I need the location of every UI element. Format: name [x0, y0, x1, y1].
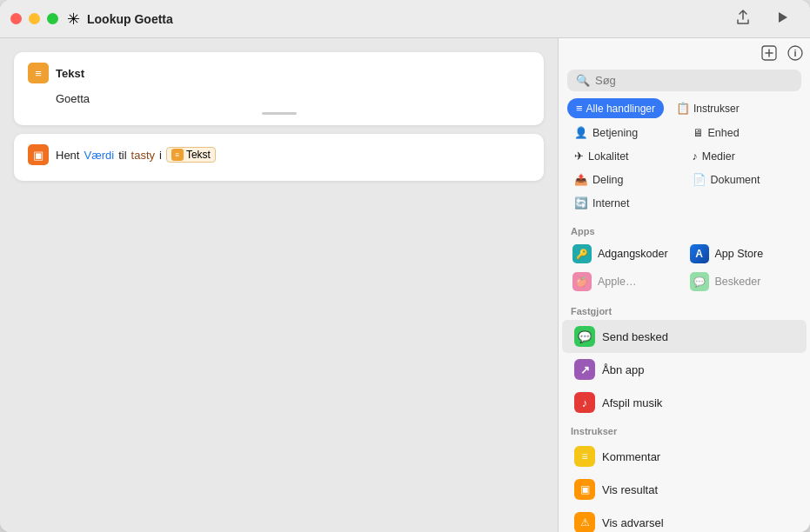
vis-advarsel-icon: ⚠: [574, 512, 595, 532]
titlebar: ✳ Lookup Goetta: [0, 0, 810, 38]
tekst-value: Goetta: [56, 92, 90, 105]
tekst-var-label: Tekst: [186, 149, 211, 161]
sidebar-add-button[interactable]: [761, 45, 777, 64]
search-input[interactable]: [595, 74, 793, 87]
tekst-body: Goetta: [28, 89, 530, 107]
kommentar-icon: ≡: [574, 446, 595, 467]
vis-resultat-icon: ▣: [574, 479, 595, 500]
apps-grid: 🔑 Adgangskoder A App Store 🍎 Apple… 💬 Be…: [559, 240, 810, 299]
svg-marker-0: [779, 12, 787, 23]
app-store-label: App Store: [715, 248, 764, 260]
betjening-icon: 👤: [574, 126, 588, 139]
medier-icon: ♪: [693, 150, 698, 163]
dokument-icon: 📄: [693, 173, 706, 186]
abn-app-icon: ↗: [574, 359, 595, 380]
filter-alle[interactable]: ≡ Alle handlinger: [567, 98, 664, 118]
filter-alle-label: Alle handlinger: [586, 103, 655, 115]
hent-card[interactable]: ▣ Hent Værdi til tasty i ≡ Tekst: [14, 134, 544, 181]
svg-text:i: i: [793, 48, 796, 58]
sidebar-content: Apps 🔑 Adgangskoder A App Store 🍎 Apple…: [559, 219, 810, 532]
deling-icon: 📤: [574, 173, 588, 186]
filter-lokalitet[interactable]: ✈ Lokalitet: [567, 145, 684, 167]
betjening-label: Betjening: [592, 127, 638, 139]
i-label: i: [159, 149, 162, 162]
dokument-label: Dokument: [711, 174, 760, 186]
main-window: ✳ Lookup Goetta ≡ Tekst: [0, 0, 810, 532]
hent-card-header: ▣ Hent Værdi til tasty i ≡ Tekst: [28, 144, 530, 165]
internet-label: Internet: [592, 197, 629, 209]
tekst-var-icon: ≡: [171, 149, 184, 161]
filter-alle-icon: ≡: [576, 102, 583, 115]
deling-label: Deling: [592, 174, 623, 186]
apple-icon: 🍎: [572, 272, 592, 291]
filter-grid: 👤 Betjening 🖥 Enhed ✈ Lokalitet ♪ Medier…: [559, 122, 810, 219]
vaerdi-token[interactable]: Værdi: [84, 149, 114, 162]
filter-dokument[interactable]: 📄 Dokument: [686, 169, 802, 190]
til-label: til: [118, 149, 126, 162]
vis-resultat-label: Vis resultat: [602, 483, 658, 496]
app-apple[interactable]: 🍎 Apple…: [567, 268, 685, 296]
filter-pills-row: ≡ Alle handlinger 📋 Instrukser: [559, 98, 810, 122]
tekst-card[interactable]: ≡ Tekst Goetta: [14, 52, 544, 125]
minimize-button[interactable]: [29, 13, 40, 24]
app-icon: ✳: [67, 10, 80, 29]
enhed-label: Enhed: [708, 127, 740, 139]
kommentar-label: Kommentar: [602, 450, 660, 463]
share-button[interactable]: [732, 8, 754, 30]
tekst-card-header: ≡ Tekst: [28, 63, 530, 83]
search-bar: 🔍: [567, 70, 801, 91]
abn-app-label: Åbn app: [602, 363, 644, 376]
filter-deling[interactable]: 📤 Deling: [567, 169, 684, 190]
filter-instrukser-label: Instrukser: [693, 103, 740, 115]
vis-resultat-item[interactable]: ▣ Vis resultat: [562, 473, 807, 506]
apps-section-title: Apps: [559, 219, 810, 240]
apple-label: Apple…: [598, 276, 636, 288]
fastgjort-section-title: Fastgjort: [559, 299, 810, 320]
afspil-musik-icon: ♪: [574, 392, 595, 413]
hent-icon: ▣: [28, 144, 49, 165]
filter-betjening[interactable]: 👤 Betjening: [567, 122, 684, 143]
sidebar: i 🔍 ≡ Alle handlinger 📋 Instrukser: [558, 38, 810, 532]
vis-advarsel-label: Vis advarsel: [602, 516, 664, 529]
search-icon: 🔍: [576, 74, 590, 87]
filter-instrukser[interactable]: 📋 Instrukser: [667, 98, 748, 118]
abn-app-item[interactable]: ↗ Åbn app: [562, 353, 807, 386]
lokalitet-label: Lokalitet: [588, 150, 629, 163]
app-app-store[interactable]: A App Store: [685, 240, 802, 268]
adgangskoder-label: Adgangskoder: [598, 248, 668, 260]
instrukser-section-title: Instrukser: [559, 419, 810, 440]
window-title: Lookup Goetta: [87, 12, 732, 26]
send-besked-label: Send besked: [602, 330, 668, 343]
send-besked-item[interactable]: 💬 Send besked: [562, 320, 807, 353]
maximize-button[interactable]: [47, 13, 58, 24]
tekst-title: Tekst: [56, 67, 84, 80]
filter-internet[interactable]: 🔄 Internet: [567, 192, 684, 214]
lokalitet-icon: ✈: [574, 150, 584, 163]
tekst-icon: ≡: [28, 63, 49, 83]
tekst-var-token[interactable]: ≡ Tekst: [166, 147, 216, 163]
afspil-musik-item[interactable]: ♪ Afspil musik: [562, 386, 807, 419]
adgangskoder-icon: 🔑: [572, 244, 592, 263]
enhed-icon: 🖥: [693, 127, 704, 139]
play-button[interactable]: [772, 9, 793, 30]
card-resize-handle[interactable]: [262, 112, 297, 115]
internet-icon: 🔄: [574, 196, 588, 209]
medier-label: Medier: [702, 150, 735, 163]
filter-enhed[interactable]: 🖥 Enhed: [686, 122, 802, 143]
app-store-icon: A: [690, 244, 709, 263]
workflow-panel: ≡ Tekst Goetta ▣ Hent Værdi til tasty: [0, 38, 558, 532]
afspil-musik-label: Afspil musik: [602, 396, 662, 409]
send-besked-icon: 💬: [574, 326, 595, 347]
hent-label: Hent: [56, 149, 79, 162]
filter-medier[interactable]: ♪ Medier: [686, 145, 802, 167]
window-controls: [10, 13, 58, 24]
kommentar-item[interactable]: ≡ Kommentar: [562, 440, 807, 473]
sidebar-info-button[interactable]: i: [787, 45, 803, 64]
tasty-token[interactable]: tasty: [131, 149, 155, 162]
close-button[interactable]: [10, 13, 22, 24]
sidebar-topbar: i: [559, 38, 810, 64]
filter-instrukser-icon: 📋: [676, 102, 690, 115]
app-beskeder[interactable]: 💬 Beskeder: [685, 268, 802, 296]
app-adgangskoder[interactable]: 🔑 Adgangskoder: [567, 240, 685, 268]
vis-advarsel-item[interactable]: ⚠ Vis advarsel: [562, 506, 807, 532]
